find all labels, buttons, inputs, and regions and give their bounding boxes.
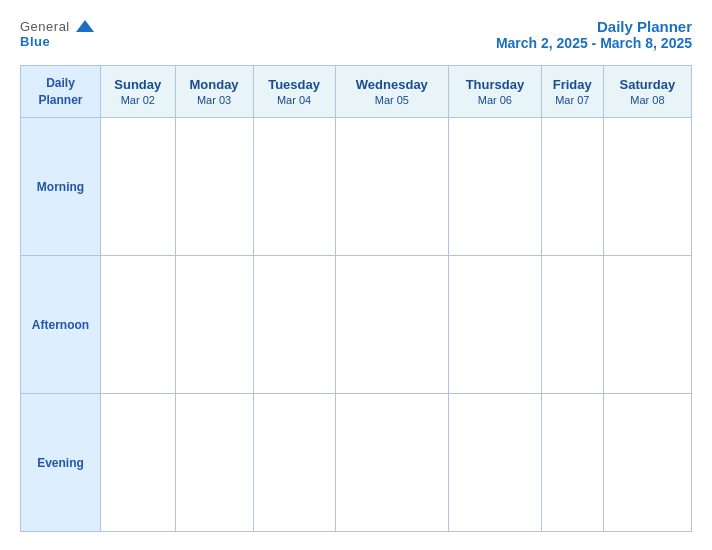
day-name-3: Wednesday bbox=[356, 77, 428, 92]
afternoon-saturday[interactable] bbox=[603, 256, 691, 394]
morning-friday[interactable] bbox=[541, 118, 603, 256]
logo-icon bbox=[74, 18, 96, 34]
afternoon-friday[interactable] bbox=[541, 256, 603, 394]
evening-saturday[interactable] bbox=[603, 394, 691, 532]
day-header-wednesday: Wednesday Mar 05 bbox=[335, 66, 449, 118]
day-header-tuesday: Tuesday Mar 04 bbox=[253, 66, 335, 118]
day-name-5: Friday bbox=[553, 77, 592, 92]
day-date-5: Mar 07 bbox=[555, 94, 589, 106]
day-date-3: Mar 05 bbox=[375, 94, 409, 106]
morning-sunday[interactable] bbox=[101, 118, 176, 256]
day-name-2: Tuesday bbox=[268, 77, 320, 92]
day-name-4: Thursday bbox=[466, 77, 525, 92]
day-date-0: Mar 02 bbox=[121, 94, 155, 106]
logo-general: General bbox=[20, 19, 70, 34]
evening-row: Evening bbox=[21, 394, 692, 532]
morning-row: Morning bbox=[21, 118, 692, 256]
header: General Blue Daily Planner March 2, 2025… bbox=[20, 18, 692, 51]
afternoon-wednesday[interactable] bbox=[335, 256, 449, 394]
morning-wednesday[interactable] bbox=[335, 118, 449, 256]
morning-thursday[interactable] bbox=[449, 118, 542, 256]
evening-tuesday[interactable] bbox=[253, 394, 335, 532]
logo: General Blue bbox=[20, 18, 96, 49]
day-header-thursday: Thursday Mar 06 bbox=[449, 66, 542, 118]
planner-date-range: March 2, 2025 - March 8, 2025 bbox=[496, 35, 692, 51]
morning-saturday[interactable] bbox=[603, 118, 691, 256]
logo-blue: Blue bbox=[20, 34, 50, 49]
evening-wednesday[interactable] bbox=[335, 394, 449, 532]
morning-monday[interactable] bbox=[175, 118, 253, 256]
title-block: Daily Planner March 2, 2025 - March 8, 2… bbox=[496, 18, 692, 51]
planner-table: Daily Planner Sunday Mar 02 Monday Mar 0… bbox=[20, 65, 692, 532]
day-date-6: Mar 08 bbox=[630, 94, 664, 106]
page: General Blue Daily Planner March 2, 2025… bbox=[0, 0, 712, 550]
day-header-monday: Monday Mar 03 bbox=[175, 66, 253, 118]
afternoon-label-text: Afternoon bbox=[32, 318, 89, 332]
evening-thursday[interactable] bbox=[449, 394, 542, 532]
evening-monday[interactable] bbox=[175, 394, 253, 532]
header-label-line1: Daily bbox=[46, 75, 75, 92]
day-header-friday: Friday Mar 07 bbox=[541, 66, 603, 118]
morning-tuesday[interactable] bbox=[253, 118, 335, 256]
planner-title: Daily Planner bbox=[496, 18, 692, 35]
evening-friday[interactable] bbox=[541, 394, 603, 532]
day-date-2: Mar 04 bbox=[277, 94, 311, 106]
header-label: Daily Planner bbox=[21, 66, 100, 117]
day-date-4: Mar 06 bbox=[478, 94, 512, 106]
day-date-1: Mar 03 bbox=[197, 94, 231, 106]
day-name-6: Saturday bbox=[620, 77, 676, 92]
day-header-saturday: Saturday Mar 08 bbox=[603, 66, 691, 118]
day-header-sunday: Sunday Mar 02 bbox=[101, 66, 176, 118]
svg-marker-0 bbox=[76, 20, 94, 32]
day-name-1: Monday bbox=[189, 77, 238, 92]
afternoon-row: Afternoon bbox=[21, 256, 692, 394]
header-label-line2: Planner bbox=[38, 92, 82, 109]
afternoon-label: Afternoon bbox=[21, 256, 101, 394]
evening-sunday[interactable] bbox=[101, 394, 176, 532]
evening-label: Evening bbox=[21, 394, 101, 532]
afternoon-tuesday[interactable] bbox=[253, 256, 335, 394]
afternoon-monday[interactable] bbox=[175, 256, 253, 394]
day-name-0: Sunday bbox=[114, 77, 161, 92]
afternoon-thursday[interactable] bbox=[449, 256, 542, 394]
morning-label: Morning bbox=[21, 118, 101, 256]
header-row: Daily Planner Sunday Mar 02 Monday Mar 0… bbox=[21, 66, 692, 118]
morning-label-text: Morning bbox=[37, 180, 84, 194]
header-label-cell: Daily Planner bbox=[21, 66, 101, 118]
evening-label-text: Evening bbox=[37, 456, 84, 470]
afternoon-sunday[interactable] bbox=[101, 256, 176, 394]
